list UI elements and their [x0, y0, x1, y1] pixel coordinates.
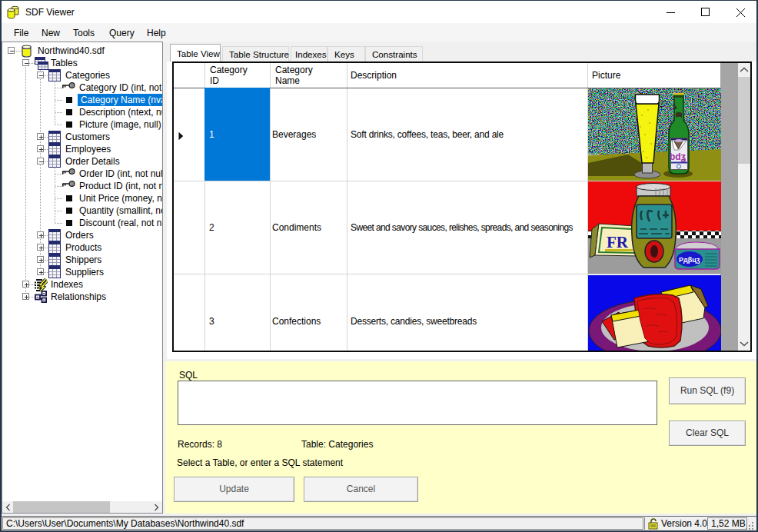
svg-text:bdʓ: bdʓ — [670, 151, 687, 162]
svg-text:FR: FR — [607, 233, 629, 251]
svg-text:Pдβцʒ: Pдβцʒ — [679, 256, 700, 264]
